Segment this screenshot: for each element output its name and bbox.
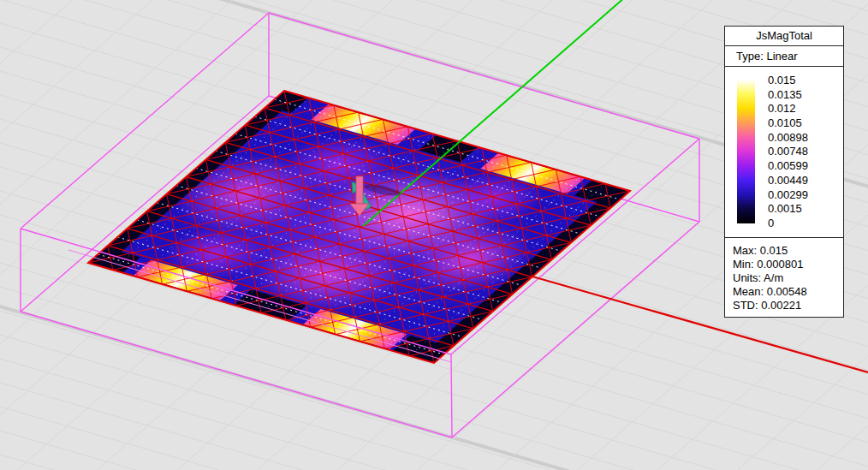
colorbar-tick-label: 0.00898 <box>768 132 836 143</box>
colorbar-tick-label: 0.0105 <box>768 117 836 128</box>
legend-statistics: Max: 0.015 Min: 0.000801 Units: A/m Mean… <box>725 238 843 312</box>
stat-mean: Mean: 0.00548 <box>733 285 843 299</box>
legend-panel[interactable]: JsMagTotal Type: Linear 0.0150.01350.012… <box>724 26 844 318</box>
modeler-window: JsMagTotal Type: Linear 0.0150.01350.012… <box>0 0 868 470</box>
stat-min: Min: 0.000801 <box>733 258 843 271</box>
legend-scale-type: Type: Linear <box>725 46 843 67</box>
stat-units: Units: A/m <box>733 271 843 285</box>
stat-max: Max: 0.015 <box>733 244 843 258</box>
colorbar-tick-label: 0.00299 <box>768 189 836 200</box>
colorbar-tick-label: 0.00748 <box>768 146 836 157</box>
colorbar-tick-label: 0.00449 <box>768 175 836 186</box>
colorbar-labels: 0.0150.01350.0120.01050.008980.007480.00… <box>768 74 836 229</box>
colorbar <box>737 80 755 223</box>
legend-color-scale: 0.0150.01350.0120.01050.008980.007480.00… <box>725 67 843 238</box>
colorbar-tick-label: 0.012 <box>768 103 836 114</box>
colorbar-tick-label: 0.015 <box>768 74 836 86</box>
colorbar-tick-label: 0.0015 <box>768 203 836 214</box>
colorbar-tick-label: 0.0135 <box>768 89 836 100</box>
colorbar-tick-label: 0 <box>768 217 836 229</box>
legend-title: JsMagTotal <box>725 27 843 46</box>
colorbar-tick-label: 0.00599 <box>768 160 836 171</box>
stat-std: STD: 0.00221 <box>733 299 843 312</box>
